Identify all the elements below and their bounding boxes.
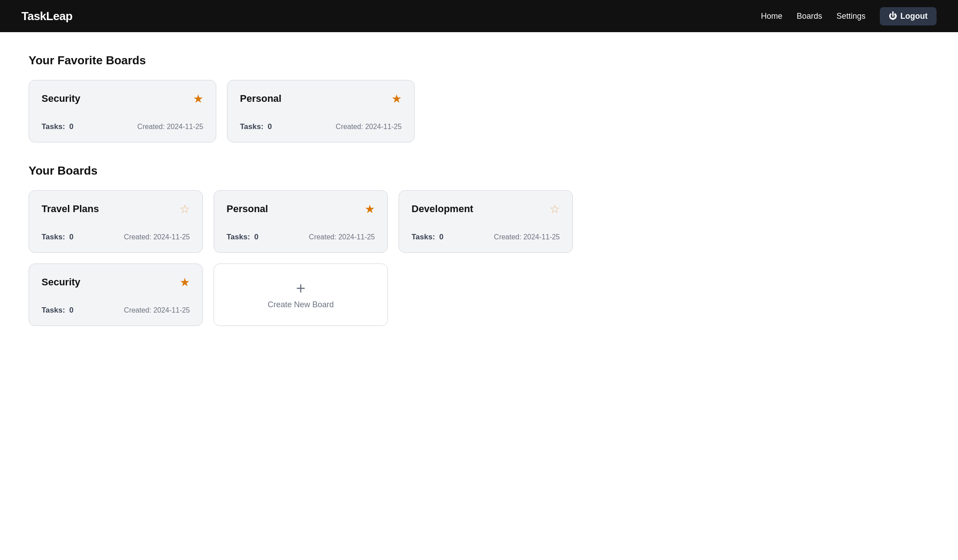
board-card-personal[interactable]: Personal ★ Tasks: 0 Created: 2024-11-25 xyxy=(214,190,388,253)
nav-settings[interactable]: Settings xyxy=(836,12,866,21)
navbar: TaskLeap Home Boards Settings ⏻ Logout xyxy=(0,0,958,32)
board-title: Personal xyxy=(227,203,268,215)
board-card-fav-security[interactable]: Security ★ Tasks: 0 Created: 2024-11-25 xyxy=(29,80,216,142)
board-card-footer: Tasks: 0 Created: 2024-11-25 xyxy=(227,233,375,242)
board-card-security[interactable]: Security ★ Tasks: 0 Created: 2024-11-25 xyxy=(29,263,203,326)
favorites-grid: Security ★ Tasks: 0 Created: 2024-11-25 … xyxy=(29,80,597,142)
board-tasks: Tasks: 0 xyxy=(42,233,74,242)
board-title: Security xyxy=(42,93,80,104)
board-title: Travel Plans xyxy=(42,203,99,215)
board-card-header: Personal ★ xyxy=(227,203,375,215)
board-card-header: Development ☆ xyxy=(412,203,560,215)
board-card-header: Personal ★ xyxy=(240,93,402,104)
plus-icon: + xyxy=(296,280,305,297)
board-created: Created: 2024-11-25 xyxy=(494,233,560,241)
board-card-footer: Tasks: 0 Created: 2024-11-25 xyxy=(42,122,203,131)
board-title: Personal xyxy=(240,93,282,104)
tasks-label: Tasks: xyxy=(240,122,264,131)
board-card-footer: Tasks: 0 Created: 2024-11-25 xyxy=(42,306,190,315)
board-card-footer: Tasks: 0 Created: 2024-11-25 xyxy=(42,233,190,242)
star-icon-empty[interactable]: ☆ xyxy=(550,203,560,215)
your-boards-section: Your Boards Travel Plans ☆ Tasks: 0 Crea… xyxy=(29,164,597,326)
favorites-section: Your Favorite Boards Security ★ Tasks: 0… xyxy=(29,54,597,142)
nav-links: Home Boards Settings ⏻ Logout xyxy=(761,7,937,25)
star-icon-empty[interactable]: ☆ xyxy=(180,203,190,215)
tasks-count: 0 xyxy=(268,122,272,131)
board-card-fav-personal[interactable]: Personal ★ Tasks: 0 Created: 2024-11-25 xyxy=(227,80,415,142)
nav-boards[interactable]: Boards xyxy=(797,12,822,21)
tasks-label: Tasks: xyxy=(42,122,65,131)
board-created: Created: 2024-11-25 xyxy=(336,123,402,131)
board-tasks: Tasks: 0 xyxy=(42,306,74,315)
board-card-header: Security ★ xyxy=(42,276,190,288)
your-boards-title: Your Boards xyxy=(29,164,597,178)
board-created: Created: 2024-11-25 xyxy=(124,233,190,241)
star-icon-filled[interactable]: ★ xyxy=(365,203,375,215)
your-boards-grid: Travel Plans ☆ Tasks: 0 Created: 2024-11… xyxy=(29,190,597,326)
board-created: Created: 2024-11-25 xyxy=(137,123,203,131)
board-card-development[interactable]: Development ☆ Tasks: 0 Created: 2024-11-… xyxy=(399,190,573,253)
logout-icon: ⏻ xyxy=(889,12,897,21)
star-icon-filled[interactable]: ★ xyxy=(391,93,402,104)
board-tasks: Tasks: 0 xyxy=(240,122,272,131)
board-card-header: Security ★ xyxy=(42,93,203,104)
logout-button[interactable]: ⏻ Logout xyxy=(880,7,937,25)
main-content: Your Favorite Boards Security ★ Tasks: 0… xyxy=(0,32,626,369)
board-tasks: Tasks: 0 xyxy=(42,122,74,131)
board-card-travel[interactable]: Travel Plans ☆ Tasks: 0 Created: 2024-11… xyxy=(29,190,203,253)
tasks-count: 0 xyxy=(69,122,73,131)
board-card-header: Travel Plans ☆ xyxy=(42,203,190,215)
board-card-footer: Tasks: 0 Created: 2024-11-25 xyxy=(240,122,402,131)
logout-label: Logout xyxy=(900,12,928,21)
app-logo: TaskLeap xyxy=(21,9,72,23)
board-created: Created: 2024-11-25 xyxy=(309,233,375,241)
board-title: Security xyxy=(42,276,80,288)
star-icon-filled[interactable]: ★ xyxy=(180,276,190,288)
board-title: Development xyxy=(412,203,473,215)
nav-home[interactable]: Home xyxy=(761,12,782,21)
create-board-card[interactable]: + Create New Board xyxy=(214,263,388,326)
favorites-title: Your Favorite Boards xyxy=(29,54,597,67)
board-tasks: Tasks: 0 xyxy=(227,233,259,242)
board-tasks: Tasks: 0 xyxy=(412,233,444,242)
star-icon-filled[interactable]: ★ xyxy=(193,93,203,104)
board-created: Created: 2024-11-25 xyxy=(124,306,190,314)
create-board-label: Create New Board xyxy=(268,300,334,309)
board-card-footer: Tasks: 0 Created: 2024-11-25 xyxy=(412,233,560,242)
